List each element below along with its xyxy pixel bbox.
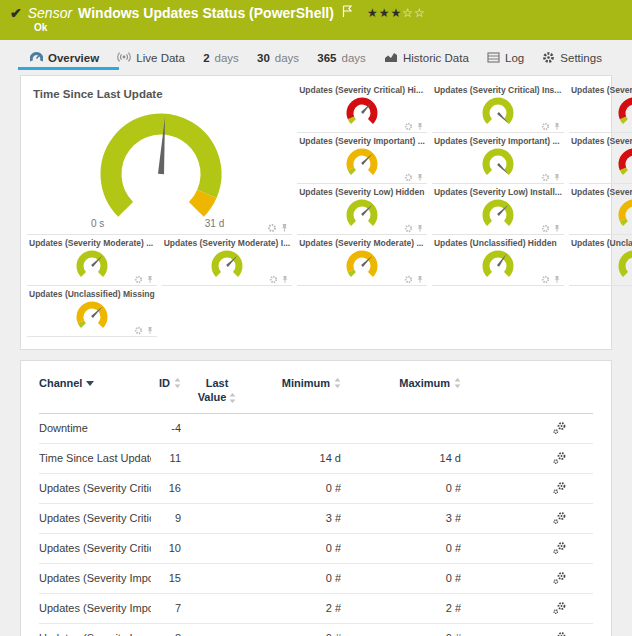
channel-maximum: 0 # [341, 482, 461, 494]
channel-id: 16 [151, 482, 181, 494]
edit-channel-icon[interactable] [552, 481, 567, 495]
edit-channel-icon[interactable] [552, 541, 567, 555]
channel-row[interactable]: Updates (Severity Impo...150 #0 # [39, 564, 593, 594]
priority-stars[interactable]: ★★★☆☆ [367, 7, 426, 19]
gear-icon[interactable] [134, 275, 143, 284]
channel-id: 10 [151, 542, 181, 554]
gauge-title: Updates (Severity Important) ... [299, 136, 425, 146]
channel-row[interactable]: Updates (Severity Critic...93 #3 # [39, 504, 593, 534]
column-header-last-value[interactable]: Last Value [181, 377, 253, 405]
gauge-tile[interactable]: Updates (Severity Low) Hidden [297, 184, 427, 235]
channel-row[interactable]: Updates (Severity Impo...72 #2 # [39, 594, 593, 624]
gauge-tile[interactable]: Updates (Severity Moderate) ... [297, 235, 427, 286]
gauge-title: Updates (Severity Critical) Mi... [571, 85, 632, 95]
gauge-title: Updates (Severity Moderate) ... [29, 238, 155, 248]
channel-name[interactable]: Downtime [39, 422, 151, 434]
gauge-tile-time-since-last-update[interactable]: Time Since Last Update 0 s 31 d [27, 82, 292, 235]
tab-label: Overview [48, 52, 99, 64]
pin-icon[interactable] [146, 326, 154, 335]
gauge-tile[interactable]: Updates (Severity Low) Missi... [569, 184, 632, 235]
tile-actions [541, 173, 561, 182]
gauge-tile[interactable]: Updates (Severity Low) Install... [432, 184, 564, 235]
pin-icon[interactable] [416, 224, 424, 233]
channel-row[interactable]: Updates (Severity Impo...80 #0 # [39, 624, 593, 636]
pin-icon[interactable] [416, 173, 424, 182]
pin-icon[interactable] [553, 122, 561, 131]
column-header-id[interactable]: ID [151, 377, 181, 389]
channel-name[interactable]: Updates (Severity Critic... [39, 542, 151, 554]
gear-icon[interactable] [404, 122, 413, 131]
pin-icon[interactable] [416, 122, 424, 131]
gauge-tile[interactable]: Updates (Severity Moderate) I... [162, 235, 293, 286]
channel-name[interactable]: Updates (Severity Impo... [39, 602, 151, 614]
edit-channel-icon[interactable] [552, 421, 567, 435]
column-header-channel[interactable]: Channel [39, 377, 151, 389]
tile-actions [404, 173, 424, 182]
channel-name[interactable]: Time Since Last Update [39, 452, 151, 464]
gauge-tile[interactable]: Updates (Severity Critical) Ins... [432, 82, 564, 133]
gauge-title: Updates (Unclassified) Hidden [434, 238, 562, 248]
tab-live-data[interactable]: Live Data [111, 46, 191, 70]
edit-channel-icon[interactable] [552, 451, 567, 465]
edit-channel-icon[interactable] [552, 571, 567, 585]
pin-icon[interactable] [553, 173, 561, 182]
pin-icon[interactable] [280, 223, 289, 233]
gear-icon[interactable] [134, 326, 143, 335]
channel-maximum: 14 d [341, 452, 461, 464]
channel-name[interactable]: Updates (Severity Critic... [39, 482, 151, 494]
pin-icon[interactable] [553, 275, 561, 284]
channel-actions [461, 511, 593, 525]
sort-icon [174, 378, 181, 388]
tab-30-days[interactable]: 30days [251, 46, 305, 70]
edit-channel-icon[interactable] [552, 511, 567, 525]
gauge-min-label: 0 s [91, 218, 104, 229]
tab-historic-data[interactable]: Historic Data [378, 46, 475, 70]
column-header-maximum[interactable]: Maximum [341, 377, 461, 389]
channel-minimum: 3 # [253, 512, 341, 524]
gear-icon[interactable] [541, 173, 550, 182]
channel-name[interactable]: Updates (Severity Critic... [39, 512, 151, 524]
column-header-minimum[interactable]: Minimum [253, 377, 341, 389]
gauge-tile[interactable]: Updates (Severity Important) ... [297, 133, 427, 184]
tab-label: days [215, 52, 239, 64]
channel-name[interactable]: Updates (Severity Impo... [39, 572, 151, 584]
tab-log[interactable]: Log [481, 46, 530, 70]
gauge-tile[interactable]: Updates (Unclassified) Missing [27, 286, 157, 337]
gauge-tile[interactable]: Updates (Severity Important) ... [432, 133, 564, 184]
gear-icon[interactable] [267, 223, 277, 233]
edit-channel-icon[interactable] [552, 601, 567, 615]
tab-2-days[interactable]: 2days [197, 46, 245, 70]
gauge-tile[interactable]: Updates (Severity Important) ... [569, 133, 632, 184]
gear-icon[interactable] [269, 275, 278, 284]
gauge-tile[interactable]: Updates (Severity Moderate) ... [27, 235, 157, 286]
pin-icon[interactable] [281, 275, 289, 284]
channel-row[interactable]: Updates (Severity Critic...160 #0 # [39, 474, 593, 504]
flag-icon[interactable] [342, 5, 353, 18]
gear-icon[interactable] [541, 122, 550, 131]
gauge-max-label: 31 d [205, 218, 224, 229]
gear-icon[interactable] [404, 275, 413, 284]
tile-actions [404, 224, 424, 233]
tab-365-days[interactable]: 365days [311, 46, 371, 70]
gear-icon[interactable] [404, 173, 413, 182]
tab-label: Historic Data [403, 52, 469, 64]
gauge-tile[interactable]: Updates (Severity Critical) Mi... [569, 82, 632, 133]
gear-icon[interactable] [541, 275, 550, 284]
channel-row[interactable]: Time Since Last Update1114 d14 d [39, 444, 593, 474]
pin-icon[interactable] [553, 224, 561, 233]
edit-channel-icon[interactable] [552, 631, 567, 636]
status-check-icon: ✔ [10, 6, 22, 20]
gear-icon[interactable] [404, 224, 413, 233]
tab-settings[interactable]: Settings [536, 46, 608, 70]
gear-icon[interactable] [541, 224, 550, 233]
channel-actions [461, 601, 593, 615]
tab-overview[interactable]: Overview [24, 46, 105, 70]
channel-name[interactable]: Updates (Severity Impo... [39, 632, 151, 636]
gauge-tile[interactable]: Updates (Severity Critical) Hi... [297, 82, 427, 133]
gauge-tile[interactable]: Updates (Unclassified) Install... [569, 235, 632, 286]
pin-icon[interactable] [416, 275, 424, 284]
channel-row[interactable]: Updates (Severity Critic...100 #0 # [39, 534, 593, 564]
pin-icon[interactable] [146, 275, 154, 284]
channel-row[interactable]: Downtime-4 [39, 414, 593, 444]
gauge-tile[interactable]: Updates (Unclassified) Hidden [432, 235, 564, 286]
